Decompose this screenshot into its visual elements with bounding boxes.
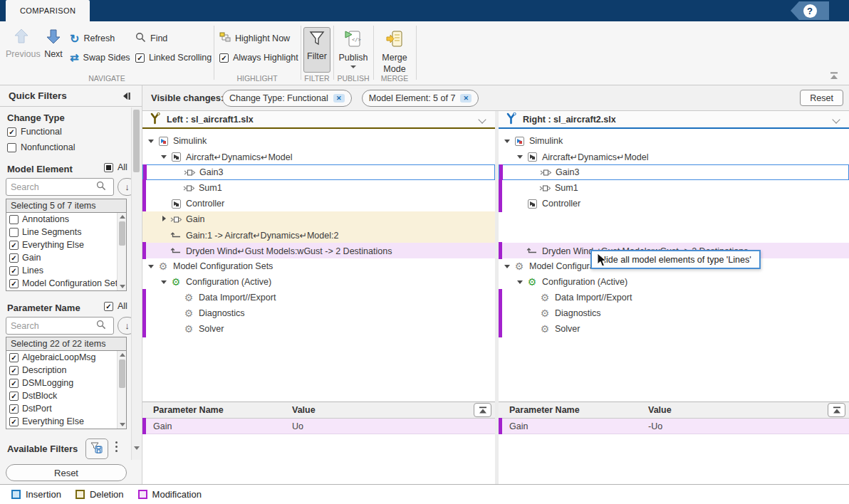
filter-list-item[interactable]: ✓Gain [6, 251, 117, 264]
tree-node[interactable]: ⚙Diagnostics [499, 305, 849, 321]
tree-node[interactable]: ⚙Model Configuration Sets [142, 258, 495, 274]
tab-comparison[interactable]: COMPARISON [6, 0, 90, 21]
save-filter-icon [90, 441, 103, 456]
next-button[interactable]: Next [40, 27, 67, 59]
parameter-name-summary: Selecting 22 of 22 items [6, 337, 127, 351]
filter-item-label: AlgebraicLoopMsg [22, 352, 96, 362]
collapse-param-table-button[interactable] [474, 403, 491, 417]
tree-node[interactable]: ⚙Solver [499, 321, 849, 337]
linked-scrolling-checkbox[interactable]: ✓ Linked Scrolling [135, 51, 212, 65]
change-type-option[interactable]: ✓Functional [7, 127, 62, 137]
model-element-all-checkbox[interactable]: All [104, 162, 127, 172]
search-icon [96, 181, 106, 193]
tree-node[interactable]: Aircraft↵Dynamics↵Model [142, 149, 495, 164]
chevron-down-icon[interactable] [833, 117, 840, 124]
previous-button[interactable]: Previous [6, 27, 37, 59]
collapse-param-table-button[interactable] [828, 403, 845, 417]
sidebar-reset-button[interactable]: Reset [6, 464, 127, 481]
filter-chip[interactable]: Change Type: Functional✕ [222, 90, 352, 107]
tree-node[interactable]: Gain3 [142, 164, 495, 180]
tree-node[interactable]: ⚙Diagnostics [142, 305, 495, 321]
chevron-down-icon[interactable] [479, 117, 486, 124]
tree-expand-arrow[interactable] [160, 214, 170, 224]
remove-chip-icon[interactable]: ✕ [460, 94, 472, 103]
filter-item-label: Everything Else [22, 416, 84, 426]
tree-expand-arrow[interactable] [516, 152, 526, 162]
save-filter-button[interactable] [85, 439, 108, 459]
tree-expand-arrow[interactable] [147, 136, 157, 146]
tree-node[interactable]: Controller [142, 196, 495, 211]
parameter-name-search-input[interactable] [6, 318, 96, 333]
tree-expand-arrow[interactable] [160, 152, 170, 162]
modification-bar [499, 179, 502, 196]
down-arrow-icon: ↓ [125, 182, 130, 192]
right-panel-header[interactable]: Right : sl_aircraft2.slx [499, 111, 849, 129]
tree-expand-arrow[interactable] [147, 261, 157, 271]
parameter-name-list-scrollbar[interactable] [117, 351, 126, 429]
parameter-name-all-checkbox[interactable]: ✓ All [104, 301, 127, 311]
filter-list-item[interactable]: ✓DstBlock [6, 389, 117, 402]
swap-sides-button[interactable]: ⇄ Swap Sides [70, 51, 130, 65]
filter-list-item[interactable]: ✓Everything Else [6, 415, 117, 428]
publish-button[interactable]: </> Publish [336, 27, 370, 73]
tree-node[interactable]: Simulink [499, 133, 849, 149]
remove-chip-icon[interactable]: ✕ [333, 94, 345, 103]
modification-bar [499, 164, 503, 180]
find-button[interactable]: Find [135, 31, 167, 46]
filter-list-item[interactable]: ✓Model Configuration Set [6, 277, 117, 290]
sidebar-scrollbar[interactable] [131, 107, 141, 460]
tree-node[interactable]: Gain:1 -> Aircraft↵Dynamics↵Model:2 [142, 227, 495, 243]
tree-expand-arrow[interactable] [503, 261, 513, 271]
filter-chip[interactable]: Model Element: 5 of 7✕ [362, 90, 479, 107]
filter-list-item[interactable]: ✓DstPort [6, 402, 117, 415]
merge-mode-label: Merge Mode [377, 53, 412, 75]
tree-expand-arrow[interactable] [516, 277, 526, 287]
left-model-panel: Left : sl_aircraft1.slx SimulinkAircraft… [142, 111, 495, 484]
filter-list-item[interactable]: Line Segments [6, 226, 117, 238]
all-label: All [118, 162, 127, 172]
tree-node[interactable]: Gain [142, 211, 495, 227]
model-element-list-scrollbar[interactable] [117, 213, 126, 290]
always-highlight-checkbox[interactable]: ✓ Always Highlight [219, 51, 298, 65]
tree-node[interactable]: ⚙Data Import//Export [499, 290, 849, 305]
left-panel-header[interactable]: Left : sl_aircraft1.slx [142, 111, 495, 129]
param-name-column-header: Parameter Name [509, 405, 648, 415]
tree-node[interactable]: ⚙Data Import//Export [142, 290, 495, 305]
more-options-icon[interactable] [115, 441, 118, 454]
tree-node[interactable]: ⚙Configuration (Active) [499, 274, 849, 290]
change-type-option[interactable]: Nonfunctional [7, 142, 75, 152]
filter-list-item[interactable]: ✓Lines [6, 264, 117, 277]
refresh-button[interactable]: ↻ Refresh [70, 31, 115, 46]
filter-list-item[interactable]: ✓Everything Else [6, 238, 117, 251]
tree-node-label: Data Import//Export [555, 293, 632, 303]
find-label: Find [150, 33, 167, 43]
tree-node[interactable]: Controller [499, 196, 849, 211]
filter-list-item[interactable]: ✓Description [6, 364, 117, 377]
tree-expand-arrow[interactable] [503, 136, 513, 146]
tree-expand-arrow[interactable] [160, 277, 170, 287]
tree-node[interactable]: Sum1 [142, 180, 495, 196]
tree-node[interactable]: ⚙Configuration (Active) [142, 274, 495, 290]
filter-list-item[interactable]: Annotations [6, 213, 117, 226]
tree-node[interactable]: Gain3 [499, 164, 849, 180]
filter-reset-button[interactable]: Reset [800, 90, 843, 106]
model-element-search-input[interactable] [6, 179, 96, 194]
filter-list-item[interactable]: ✓DSMLogging [6, 377, 117, 389]
tree-node[interactable]: Sum1 [499, 180, 849, 196]
collapse-ribbon-button[interactable] [829, 72, 839, 82]
highlight-now-button[interactable]: Highlight Now [219, 31, 290, 46]
help-button[interactable]: ? [791, 1, 829, 20]
filter-toggle-button[interactable]: Filter [303, 27, 330, 73]
tree-node[interactable]: Aircraft↵Dynamics↵Model [499, 149, 849, 164]
param-table-row[interactable]: Gain-Uo [499, 419, 849, 434]
tree-arrow-spacer [172, 293, 182, 303]
tree-node[interactable]: Dryden Wind↵Gust Models:wGust -> 2 Desti… [142, 243, 495, 258]
merge-mode-button[interactable]: Merge Mode [376, 27, 413, 73]
tree-node[interactable]: ⚙Solver [142, 321, 495, 337]
collapse-sidebar-button[interactable] [121, 91, 132, 103]
filter-list-item[interactable]: ✓AlgebraicLoopMsg [6, 351, 117, 364]
tree-node[interactable]: Simulink [142, 133, 495, 149]
tree-node-label: Dryden Wind↵Gust Models:wGust -> 2 Desti… [186, 246, 392, 256]
param-table-row[interactable]: GainUo [142, 419, 495, 434]
refresh-icon: ↻ [70, 32, 79, 46]
